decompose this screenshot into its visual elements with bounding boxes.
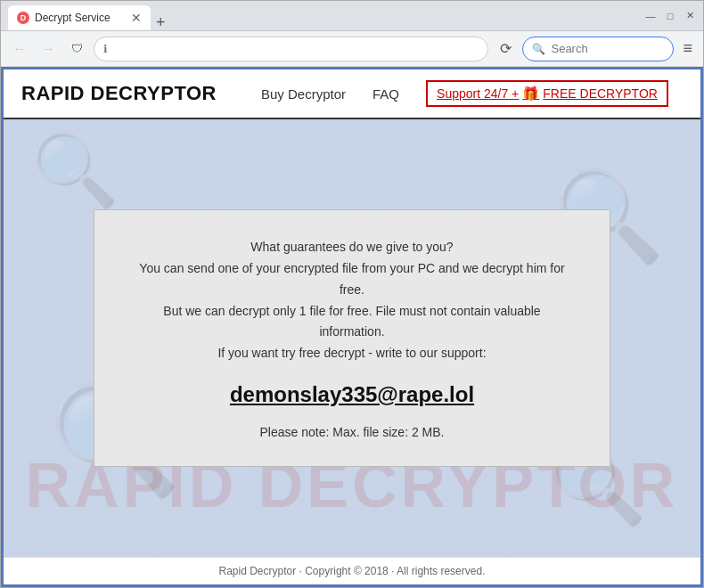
info-icon: ℹ [103,43,108,55]
intro-line4: If you want try free decrypt - write to … [217,346,486,360]
tab-favicon: D [17,12,29,24]
intro-line2: You can send one of your encrypted file … [139,261,564,297]
search-input[interactable] [551,42,664,55]
shield-icon: 🛡 [65,37,88,61]
email-link[interactable]: demonslay335@rape.lol [130,382,574,407]
browser-tab[interactable]: D Decrypt Service ✕ [8,5,151,30]
menu-button[interactable]: ≡ [679,36,696,61]
browser-window: D Decrypt Service ✕ + — □ ✕ ← → 🛡 ℹ ⟳ 🔍 … [0,0,704,588]
forward-button[interactable]: → [37,37,60,61]
close-button[interactable]: ✕ [684,10,696,22]
cta-label-prefix: Support 24/7 + [437,86,519,101]
site-footer: Rapid Decryptor · Copyright © 2018 · All… [4,557,700,584]
nav-cta-button[interactable]: Support 24/7 + 🎁 FREE DECRYPTOR [426,80,668,107]
window-controls: — □ ✕ [644,10,696,22]
footer-text: Rapid Decryptor · Copyright © 2018 · All… [219,565,486,577]
back-button[interactable]: ← [8,37,31,61]
bg-magnifier-1: 🔍 [30,128,119,212]
nav-buy-decryptor[interactable]: Buy Decryptor [261,86,346,102]
tab-close-button[interactable]: ✕ [131,11,142,25]
search-icon: 🔍 [532,43,545,55]
site-frame: RAPID DECRYPTOR Buy Decryptor FAQ Suppor… [1,67,703,587]
minimize-button[interactable]: — [644,10,657,22]
site-logo: RAPID DECRYPTOR [21,82,217,105]
content-box: What guarantees do we give to you? You c… [94,209,610,467]
gift-icon: 🎁 [522,86,539,102]
search-bar[interactable]: 🔍 [522,37,674,61]
site-body: 🔍 🔍 🔍 🔍 RAPID DECRYPTOR What guarantees … [4,119,700,557]
tab-area: D Decrypt Service ✕ + [8,1,644,30]
address-bar[interactable]: ℹ [94,37,488,61]
site-header: RAPID DECRYPTOR Buy Decryptor FAQ Suppor… [4,69,700,119]
maximize-button[interactable]: □ [664,10,676,22]
reload-button[interactable]: ⟳ [494,37,517,61]
tab-title: Decrypt Service [35,12,111,24]
intro-line1: What guarantees do we give to you? [250,240,453,254]
nav-faq[interactable]: FAQ [372,86,399,102]
main-text: What guarantees do we give to you? You c… [130,237,574,364]
site-nav: Buy Decryptor FAQ Support 24/7 + 🎁 FREE … [261,80,668,107]
cta-label-suffix: FREE DECRYPTOR [543,86,658,101]
title-bar: D Decrypt Service ✕ + — □ ✕ [1,1,703,31]
new-tab-button[interactable]: + [156,14,166,30]
nav-bar: ← → 🛡 ℹ ⟳ 🔍 ≡ [1,31,703,67]
note-text: Please note: Max. file size: 2 MB. [130,425,574,439]
intro-line3: But we can decrypt only 1 file for free.… [163,304,540,339]
